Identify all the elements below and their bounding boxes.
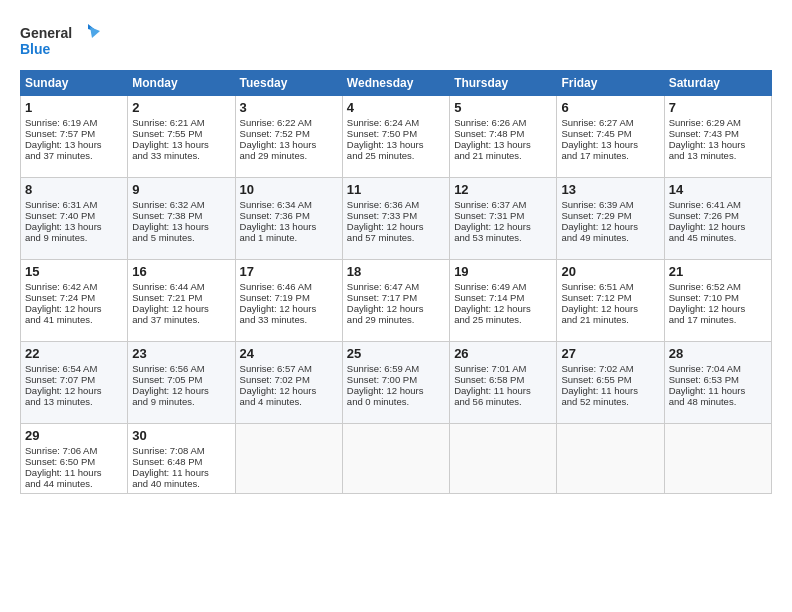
day-info-line: and 56 minutes.: [454, 396, 552, 407]
day-number: 12: [454, 182, 552, 197]
day-info-line: and 17 minutes.: [561, 150, 659, 161]
day-info-line: Daylight: 12 hours: [347, 303, 445, 314]
day-info-line: Daylight: 12 hours: [669, 221, 767, 232]
day-info-line: Sunset: 7:00 PM: [347, 374, 445, 385]
day-info-line: Sunrise: 6:57 AM: [240, 363, 338, 374]
day-number: 10: [240, 182, 338, 197]
day-info-line: Sunset: 6:55 PM: [561, 374, 659, 385]
day-info-line: and 57 minutes.: [347, 232, 445, 243]
week-row-1: 1Sunrise: 6:19 AMSunset: 7:57 PMDaylight…: [21, 96, 772, 178]
day-info-line: and 53 minutes.: [454, 232, 552, 243]
calendar-cell: 25Sunrise: 6:59 AMSunset: 7:00 PMDayligh…: [342, 342, 449, 424]
day-info-line: Sunrise: 6:36 AM: [347, 199, 445, 210]
day-info-line: and 33 minutes.: [240, 314, 338, 325]
day-number: 8: [25, 182, 123, 197]
day-info-line: Daylight: 11 hours: [561, 385, 659, 396]
calendar-cell: [235, 424, 342, 494]
calendar-cell: 17Sunrise: 6:46 AMSunset: 7:19 PMDayligh…: [235, 260, 342, 342]
day-info-line: and 37 minutes.: [132, 314, 230, 325]
day-number: 20: [561, 264, 659, 279]
day-info-line: Sunrise: 7:06 AM: [25, 445, 123, 456]
day-info-line: Daylight: 13 hours: [240, 139, 338, 150]
calendar-table: SundayMondayTuesdayWednesdayThursdayFrid…: [20, 70, 772, 494]
day-info-line: and 4 minutes.: [240, 396, 338, 407]
day-info-line: Daylight: 12 hours: [25, 385, 123, 396]
calendar-cell: 13Sunrise: 6:39 AMSunset: 7:29 PMDayligh…: [557, 178, 664, 260]
calendar-cell: 19Sunrise: 6:49 AMSunset: 7:14 PMDayligh…: [450, 260, 557, 342]
day-info-line: Sunrise: 6:37 AM: [454, 199, 552, 210]
day-info-line: Sunrise: 6:56 AM: [132, 363, 230, 374]
day-number: 28: [669, 346, 767, 361]
day-info-line: and 25 minutes.: [347, 150, 445, 161]
day-info-line: Sunset: 7:55 PM: [132, 128, 230, 139]
calendar-cell: 15Sunrise: 6:42 AMSunset: 7:24 PMDayligh…: [21, 260, 128, 342]
header: General Blue: [20, 18, 772, 62]
day-info-line: Daylight: 12 hours: [240, 303, 338, 314]
day-info-line: Sunrise: 6:31 AM: [25, 199, 123, 210]
calendar-page: General Blue SundayMondayTuesdayWednesda…: [0, 0, 792, 612]
day-info-line: and 45 minutes.: [669, 232, 767, 243]
logo: General Blue: [20, 22, 100, 62]
calendar-cell: 20Sunrise: 6:51 AMSunset: 7:12 PMDayligh…: [557, 260, 664, 342]
day-info-line: Sunset: 7:14 PM: [454, 292, 552, 303]
calendar-cell: 8Sunrise: 6:31 AMSunset: 7:40 PMDaylight…: [21, 178, 128, 260]
day-info-line: Sunrise: 6:51 AM: [561, 281, 659, 292]
day-info-line: Sunset: 7:36 PM: [240, 210, 338, 221]
calendar-cell: 2Sunrise: 6:21 AMSunset: 7:55 PMDaylight…: [128, 96, 235, 178]
day-info-line: Daylight: 13 hours: [454, 139, 552, 150]
day-info-line: and 5 minutes.: [132, 232, 230, 243]
weekday-header-friday: Friday: [557, 71, 664, 96]
day-number: 25: [347, 346, 445, 361]
day-info-line: Daylight: 12 hours: [132, 385, 230, 396]
day-info-line: and 9 minutes.: [25, 232, 123, 243]
day-number: 13: [561, 182, 659, 197]
day-info-line: Sunrise: 6:52 AM: [669, 281, 767, 292]
calendar-cell: 21Sunrise: 6:52 AMSunset: 7:10 PMDayligh…: [664, 260, 771, 342]
day-info-line: Sunrise: 6:27 AM: [561, 117, 659, 128]
day-info-line: Sunrise: 6:39 AM: [561, 199, 659, 210]
day-info-line: Sunrise: 6:19 AM: [25, 117, 123, 128]
day-number: 7: [669, 100, 767, 115]
day-info-line: Daylight: 12 hours: [561, 221, 659, 232]
calendar-cell: 11Sunrise: 6:36 AMSunset: 7:33 PMDayligh…: [342, 178, 449, 260]
day-info-line: Daylight: 13 hours: [25, 221, 123, 232]
day-info-line: Daylight: 13 hours: [132, 221, 230, 232]
calendar-cell: 10Sunrise: 6:34 AMSunset: 7:36 PMDayligh…: [235, 178, 342, 260]
calendar-cell: 6Sunrise: 6:27 AMSunset: 7:45 PMDaylight…: [557, 96, 664, 178]
calendar-cell: 4Sunrise: 6:24 AMSunset: 7:50 PMDaylight…: [342, 96, 449, 178]
day-info-line: and 49 minutes.: [561, 232, 659, 243]
day-number: 5: [454, 100, 552, 115]
day-number: 4: [347, 100, 445, 115]
day-number: 3: [240, 100, 338, 115]
day-info-line: Daylight: 13 hours: [347, 139, 445, 150]
calendar-cell: [557, 424, 664, 494]
day-info-line: and 29 minutes.: [347, 314, 445, 325]
week-row-3: 15Sunrise: 6:42 AMSunset: 7:24 PMDayligh…: [21, 260, 772, 342]
week-row-5: 29Sunrise: 7:06 AMSunset: 6:50 PMDayligh…: [21, 424, 772, 494]
day-number: 11: [347, 182, 445, 197]
calendar-cell: 27Sunrise: 7:02 AMSunset: 6:55 PMDayligh…: [557, 342, 664, 424]
day-info-line: Daylight: 12 hours: [561, 303, 659, 314]
day-info-line: Sunset: 7:21 PM: [132, 292, 230, 303]
day-number: 2: [132, 100, 230, 115]
day-info-line: Sunset: 7:33 PM: [347, 210, 445, 221]
day-info-line: and 37 minutes.: [25, 150, 123, 161]
day-info-line: Daylight: 11 hours: [669, 385, 767, 396]
calendar-cell: 22Sunrise: 6:54 AMSunset: 7:07 PMDayligh…: [21, 342, 128, 424]
weekday-header-sunday: Sunday: [21, 71, 128, 96]
day-info-line: and 1 minute.: [240, 232, 338, 243]
day-info-line: Sunset: 6:50 PM: [25, 456, 123, 467]
day-info-line: Daylight: 12 hours: [132, 303, 230, 314]
day-info-line: Sunset: 7:19 PM: [240, 292, 338, 303]
day-info-line: and 21 minutes.: [454, 150, 552, 161]
day-info-line: and 17 minutes.: [669, 314, 767, 325]
day-info-line: Sunset: 7:43 PM: [669, 128, 767, 139]
day-info-line: Sunset: 6:53 PM: [669, 374, 767, 385]
calendar-cell: 23Sunrise: 6:56 AMSunset: 7:05 PMDayligh…: [128, 342, 235, 424]
day-info-line: Daylight: 13 hours: [25, 139, 123, 150]
day-info-line: Sunset: 7:40 PM: [25, 210, 123, 221]
day-number: 18: [347, 264, 445, 279]
day-info-line: Sunset: 7:17 PM: [347, 292, 445, 303]
day-number: 6: [561, 100, 659, 115]
day-number: 16: [132, 264, 230, 279]
